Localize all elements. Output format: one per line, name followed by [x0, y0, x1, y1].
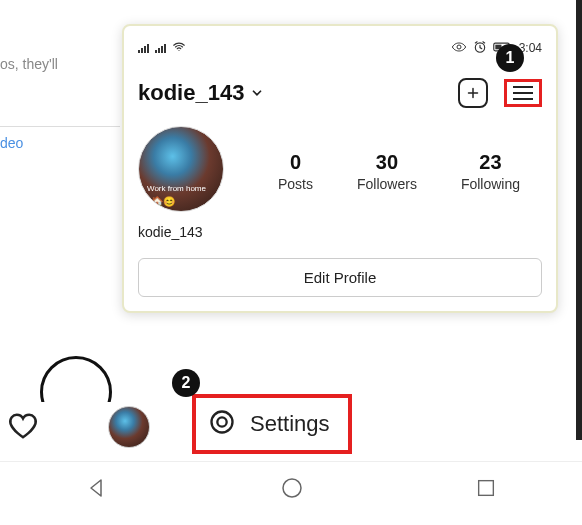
avatar-emoji: 🏠😊 — [151, 196, 175, 207]
status-bar: 3:04 — [138, 38, 542, 58]
posts-label: Posts — [278, 176, 313, 192]
home-button[interactable] — [280, 476, 304, 504]
followers-label: Followers — [357, 176, 417, 192]
create-post-button[interactable] — [458, 78, 488, 108]
settings-menu-item[interactable]: Settings — [192, 394, 352, 454]
back-button[interactable] — [85, 476, 109, 504]
display-name: kodie_143 — [138, 224, 542, 240]
background-text-fragment: deo — [0, 126, 120, 151]
followers-count: 30 — [357, 151, 417, 174]
posts-stat[interactable]: 0 Posts — [278, 151, 313, 192]
settings-label: Settings — [250, 411, 330, 437]
android-nav-bar — [0, 461, 582, 517]
alarm-icon — [473, 40, 487, 57]
profile-body: Work from home 🏠😊 0 Posts 30 Followers 2… — [138, 126, 542, 216]
avatar-container[interactable]: Work from home 🏠😊 — [138, 126, 228, 216]
signal-icon — [138, 44, 149, 53]
chevron-down-icon — [250, 80, 264, 106]
background-text-fragment: os, they'll — [0, 56, 58, 72]
posts-count: 0 — [278, 151, 313, 174]
recents-button[interactable] — [475, 477, 497, 503]
callout-badge-2: 2 — [172, 369, 200, 397]
username-dropdown[interactable]: kodie_143 — [138, 80, 264, 106]
following-label: Following — [461, 176, 520, 192]
profile-screen-card: 3:04 kodie_143 Work from home 🏠😊 — [122, 24, 558, 313]
username-text: kodie_143 — [138, 80, 244, 106]
avatar-overlay-text: Work from home — [147, 184, 206, 193]
signal-icon — [155, 44, 166, 53]
eye-icon — [451, 41, 467, 56]
followers-stat[interactable]: 30 Followers — [357, 151, 417, 192]
hamburger-icon — [513, 86, 533, 100]
svg-rect-8 — [478, 480, 493, 495]
menu-button[interactable] — [504, 79, 542, 107]
scrollbar-visual — [576, 0, 582, 440]
following-count: 23 — [461, 151, 520, 174]
svg-point-7 — [283, 479, 301, 497]
callout-badge-1: 1 — [496, 44, 524, 72]
story-ring-partial — [40, 356, 112, 428]
profile-header: kodie_143 — [138, 78, 542, 108]
svg-point-0 — [457, 45, 461, 49]
svg-point-6 — [217, 417, 226, 426]
profile-stats: 0 Posts 30 Followers 23 Following — [256, 151, 542, 192]
wifi-icon — [172, 40, 186, 57]
following-stat[interactable]: 23 Following — [461, 151, 520, 192]
profile-avatar: Work from home 🏠😊 — [138, 126, 224, 212]
svg-point-5 — [212, 412, 233, 433]
edit-profile-button[interactable]: Edit Profile — [138, 258, 542, 297]
profile-tab-avatar[interactable] — [108, 406, 150, 448]
heart-icon[interactable] — [8, 412, 38, 444]
gear-icon — [208, 408, 236, 440]
